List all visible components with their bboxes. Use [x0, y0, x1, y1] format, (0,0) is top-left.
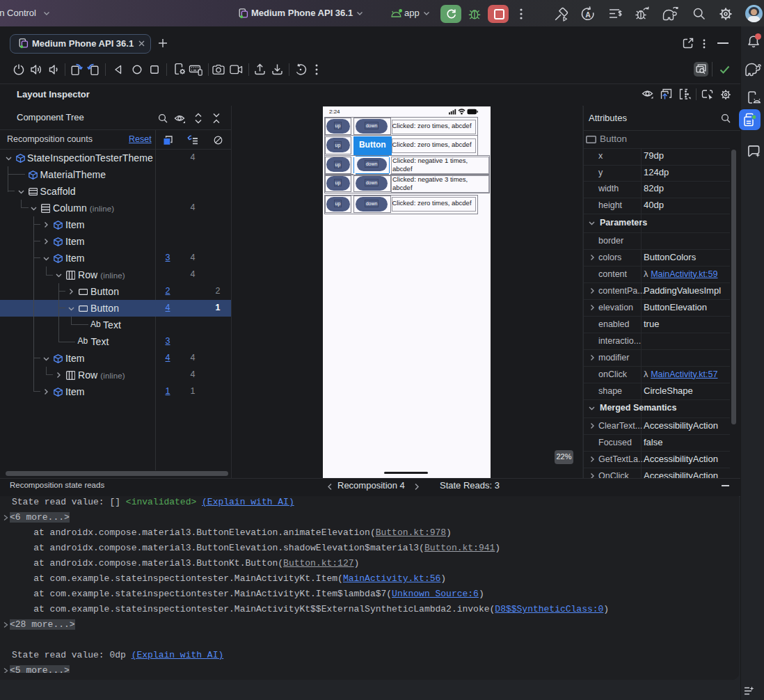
- svg-text:A: A: [585, 10, 591, 19]
